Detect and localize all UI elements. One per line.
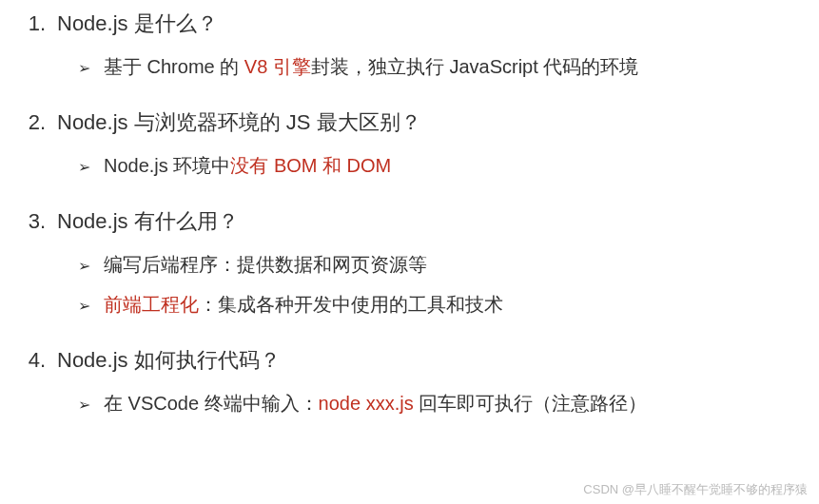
item-number: 3. — [19, 209, 57, 234]
text-fragment: 回车即可执行（注意路径） — [414, 393, 648, 414]
text-fragment: 封装，独立执行 JavaScript 代码的环境 — [311, 56, 638, 77]
item-number: 2. — [19, 110, 57, 135]
sub-item: ➢前端工程化：集成各种开发中使用的工具和技术 — [78, 289, 800, 320]
text-fragment: 基于 Chrome 的 — [104, 56, 244, 77]
item-title: Node.js 如何执行代码？ — [57, 346, 281, 375]
arrow-icon: ➢ — [78, 158, 90, 176]
watermark: CSDN @早八睡不醒午觉睡不够的程序猿 — [583, 481, 808, 498]
sub-text: 前端工程化：集成各种开发中使用的工具和技术 — [104, 289, 503, 320]
sub-text: Node.js 环境中没有 BOM 和 DOM — [104, 150, 391, 181]
highlighted-text: node xxx.js — [319, 393, 414, 414]
text-fragment: ：集成各种开发中使用的工具和技术 — [199, 294, 503, 315]
sub-text: 在 VSCode 终端中输入：node xxx.js 回车即可执行（注意路径） — [104, 388, 647, 418]
sub-item: ➢在 VSCode 终端中输入：node xxx.js 回车即可执行（注意路径） — [78, 388, 800, 418]
sublist: ➢在 VSCode 终端中输入：node xxx.js 回车即可执行（注意路径） — [78, 388, 800, 418]
highlighted-text: 前端工程化 — [104, 294, 199, 315]
text-fragment: 在 VSCode 终端中输入： — [104, 393, 319, 414]
list-item: 4.Node.js 如何执行代码？ — [19, 346, 800, 375]
list-item: 3.Node.js 有什么用？ — [19, 207, 800, 236]
sub-text: 基于 Chrome 的 V8 引擎封装，独立执行 JavaScript 代码的环… — [104, 51, 638, 82]
sub-item: ➢Node.js 环境中没有 BOM 和 DOM — [78, 150, 800, 181]
sub-item: ➢基于 Chrome 的 V8 引擎封装，独立执行 JavaScript 代码的… — [78, 51, 800, 82]
highlighted-text: V8 引擎 — [244, 56, 311, 77]
item-number: 4. — [19, 348, 57, 373]
sub-item: ➢编写后端程序：提供数据和网页资源等 — [78, 249, 800, 280]
sublist: ➢编写后端程序：提供数据和网页资源等➢前端工程化：集成各种开发中使用的工具和技术 — [78, 249, 800, 320]
sublist: ➢基于 Chrome 的 V8 引擎封装，独立执行 JavaScript 代码的… — [78, 51, 800, 82]
list-item: 1.Node.js 是什么？ — [19, 10, 800, 38]
text-fragment: Node.js 环境中 — [104, 155, 230, 176]
item-title: Node.js 是什么？ — [57, 10, 218, 38]
text-fragment: 编写后端程序：提供数据和网页资源等 — [104, 254, 427, 275]
arrow-icon: ➢ — [78, 396, 90, 414]
item-title: Node.js 与浏览器环境的 JS 最大区别？ — [57, 108, 421, 137]
arrow-icon: ➢ — [78, 257, 90, 275]
item-number: 1. — [19, 11, 57, 36]
item-title: Node.js 有什么用？ — [57, 207, 239, 236]
arrow-icon: ➢ — [78, 59, 90, 77]
document-content: 1.Node.js 是什么？➢基于 Chrome 的 V8 引擎封装，独立执行 … — [19, 10, 800, 418]
list-item: 2.Node.js 与浏览器环境的 JS 最大区别？ — [19, 108, 800, 137]
sub-text: 编写后端程序：提供数据和网页资源等 — [104, 249, 427, 280]
arrow-icon: ➢ — [78, 297, 90, 315]
highlighted-text: 没有 BOM 和 DOM — [230, 155, 391, 176]
sublist: ➢Node.js 环境中没有 BOM 和 DOM — [78, 150, 800, 181]
